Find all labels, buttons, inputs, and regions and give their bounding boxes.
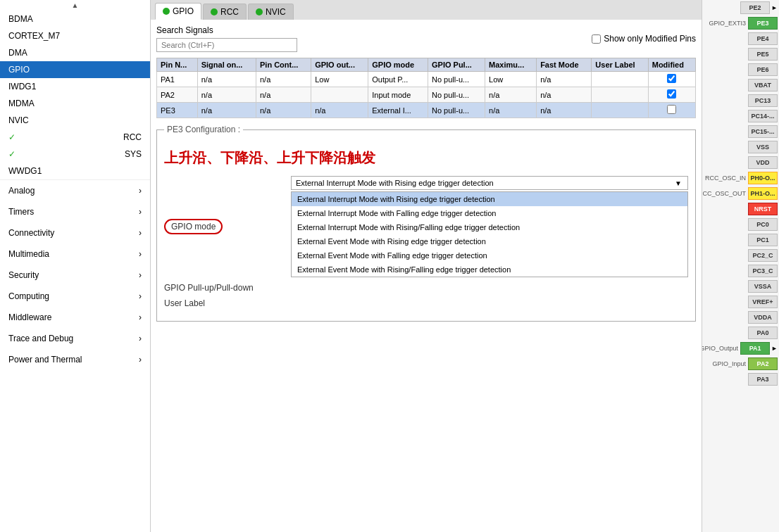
pin-box-ph0[interactable]: PH0-O... (748, 172, 778, 184)
search-bar: Search Signals Show only Modified Pins (156, 25, 696, 52)
search-input[interactable] (156, 38, 297, 52)
scroll-indicator: ► (770, 4, 778, 11)
col-user-label[interactable]: User Label (592, 58, 648, 72)
main-content: GPIO RCC NVIC Search Signals Show only M… (151, 0, 702, 532)
dropdown-option[interactable]: External Event Mode with Falling edge tr… (292, 248, 687, 262)
sidebar-item-wwdg1[interactable]: WWDG1 (0, 163, 150, 179)
pin-box-vref[interactable]: VREF+ (748, 296, 778, 308)
pin-box-vss[interactable]: VSS (748, 141, 778, 153)
pin-box-vdd[interactable]: VDD (748, 156, 778, 169)
sidebar-item-label: GPIO (8, 65, 30, 75)
sidebar-item-nvic[interactable]: NVIC (0, 112, 150, 129)
pin-box-pe6[interactable]: PE6 (748, 63, 778, 76)
pin-row: PC15-... (702, 124, 779, 139)
tab-label: RCC (220, 7, 239, 17)
col-fast-mode[interactable]: Fast Mode (537, 58, 592, 72)
sidebar-item-rcc[interactable]: ✓ RCC (0, 129, 150, 146)
pin-box-ph1[interactable]: PH1-O... (748, 187, 778, 200)
pin-box-pc14[interactable]: PC14-... (748, 110, 778, 122)
col-pin-cont[interactable]: Pin Cont... (256, 58, 311, 72)
pin-box-pa3[interactable]: PA3 (748, 373, 778, 386)
pin-box-vbat[interactable]: VBAT (748, 79, 778, 91)
sidebar-item-cortex[interactable]: CORTEX_M7 (0, 27, 150, 44)
col-modified[interactable]: Modified (648, 58, 695, 72)
cell-pin-cont: n/a (256, 87, 311, 103)
gpio-pull-row: GPIO Pull-up/Pull-down (164, 283, 688, 293)
tab-nvic[interactable]: NVIC (248, 4, 294, 20)
sidebar-group-trace[interactable]: Trace and Debug › (0, 328, 150, 349)
tab-rcc[interactable]: RCC (203, 4, 247, 20)
pin-row: PE2 ► (702, 0, 779, 15)
sidebar-item-sys[interactable]: ✓ SYS (0, 146, 150, 163)
sidebar-group-power[interactable]: Power and Thermal › (0, 349, 150, 370)
chevron-right-icon: › (139, 228, 142, 238)
sidebar-group-timers[interactable]: Timers › (0, 201, 150, 222)
sidebar-scroll-up[interactable]: ▲ (0, 0, 150, 11)
sidebar-group-security[interactable]: Security › (0, 265, 150, 286)
col-max[interactable]: Maximu... (485, 58, 537, 72)
col-gpio-pull[interactable]: GPIO Pul... (428, 58, 485, 72)
dropdown-option[interactable]: External Interrupt Mode with Rising/Fall… (292, 220, 687, 234)
col-gpio-out[interactable]: GPIO out... (311, 58, 368, 72)
sidebar-group-label: Middleware (8, 312, 51, 322)
pin-box-vdda[interactable]: VDDA (748, 311, 778, 324)
sidebar-item-mdma[interactable]: MDMA (0, 95, 150, 112)
cell-gpio-out: Low (311, 72, 368, 87)
pin-box-pc3c[interactable]: PC3_C (748, 265, 778, 277)
pin-box-pe3[interactable]: PE3 (748, 17, 778, 30)
gpio-mode-value: External Interrupt Mode with Rising edge… (296, 179, 494, 187)
pin-box-pe2[interactable]: PE2 (740, 1, 770, 14)
pin-row: PE6 (702, 62, 779, 77)
pin-box-pa1[interactable]: PA1 (740, 342, 770, 355)
sidebar-item-iwdg1[interactable]: IWDG1 (0, 78, 150, 95)
dropdown-option[interactable]: External Interrupt Mode with Rising edge… (292, 192, 687, 206)
col-pin-name[interactable]: Pin N... (157, 58, 198, 72)
pin-box-vssa[interactable]: VSSA (748, 280, 778, 293)
sidebar-group-middleware[interactable]: Middleware › (0, 307, 150, 328)
sidebar-group-analog[interactable]: Analog › (0, 180, 150, 201)
dropdown-option[interactable]: External Event Mode with Rising edge tri… (292, 234, 687, 248)
pin-box-pc13[interactable]: PC13 (748, 94, 778, 107)
tab-gpio[interactable]: GPIO (155, 3, 201, 20)
col-signal[interactable]: Signal on... (197, 58, 256, 72)
pin-row: VSS (702, 139, 779, 155)
sidebar-item-label: WWDG1 (8, 166, 42, 176)
pin-row: PE5 (702, 46, 779, 62)
pin-diagram: PE2 ► GPIO_EXTI3 PE3 PE4 PE5 PE6 VBAT PC… (702, 0, 779, 532)
chinese-text: 上升沿、下降沿、上升下降沿触发 (164, 148, 688, 167)
sidebar-group-computing[interactable]: Computing › (0, 286, 150, 307)
gpio-mode-dropdown-display[interactable]: External Interrupt Mode with Rising edge… (291, 176, 688, 190)
pin-box-pa0[interactable]: PA0 (748, 327, 778, 339)
cell-max: n/a (485, 87, 537, 103)
col-gpio-mode[interactable]: GPIO mode (368, 58, 428, 72)
sidebar-item-label: MDMA (8, 99, 35, 108)
dropdown-option[interactable]: External Event Mode with Rising/Falling … (292, 262, 687, 277)
table-row[interactable]: PE3 n/a n/a n/a External I... No pull-u.… (157, 103, 696, 118)
pin-row: GPIO_EXTI3 PE3 (702, 15, 779, 31)
pin-box-pc15[interactable]: PC15-... (748, 125, 778, 138)
pin-box-pc1[interactable]: PC1 (748, 234, 778, 246)
table-row[interactable]: PA1 n/a n/a Low Output P... No pull-u...… (157, 72, 696, 87)
cell-max: n/a (485, 103, 537, 118)
pin-row: NRST (702, 201, 779, 217)
sidebar-item-label: SYS (125, 149, 142, 159)
pin-box-pc0[interactable]: PC0 (748, 218, 778, 231)
sidebar-group-connectivity[interactable]: Connectivity › (0, 222, 150, 243)
pin-box-pc2c[interactable]: PC2_C (748, 249, 778, 262)
pin-row: PC0 (702, 217, 779, 232)
cell-gpio-out (311, 87, 368, 103)
pin-signal-label: GPIO_EXTI3 (709, 20, 746, 27)
pin-box-nrst[interactable]: NRST (748, 203, 778, 215)
cell-gpio-out: n/a (311, 103, 368, 118)
pin-box-pe5[interactable]: PE5 (748, 48, 778, 61)
dropdown-option[interactable]: External Interrupt Mode with Falling edg… (292, 206, 687, 220)
sidebar-group-multimedia[interactable]: Multimedia › (0, 243, 150, 265)
show-modified-checkbox[interactable] (592, 34, 601, 44)
sidebar-item-gpio[interactable]: GPIO (0, 61, 150, 78)
pin-box-pe4[interactable]: PE4 (748, 32, 778, 45)
chevron-right-icon: › (139, 249, 142, 259)
sidebar-item-bdma[interactable]: BDMA (0, 11, 150, 27)
table-row[interactable]: PA2 n/a n/a Input mode No pull-u... n/a … (157, 87, 696, 103)
sidebar-item-dma[interactable]: DMA (0, 44, 150, 61)
pin-box-pa2[interactable]: PA2 (748, 357, 778, 370)
